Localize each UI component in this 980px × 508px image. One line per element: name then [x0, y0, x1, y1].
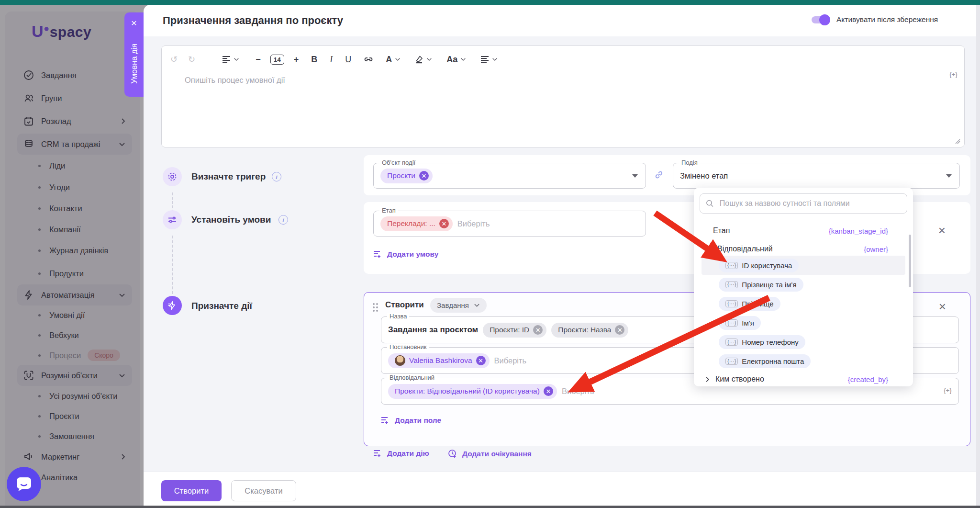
page-scrollbar[interactable] — [976, 5, 980, 508]
project-id-chip[interactable]: Проєкти: ID✕ — [483, 323, 546, 338]
remove-action-icon[interactable]: × — [939, 300, 946, 313]
step-connector — [172, 236, 173, 294]
task-name-value: Завдання за проєктом — [388, 325, 478, 335]
chip-remove-icon[interactable]: ✕ — [615, 325, 624, 335]
insert-token-button[interactable]: {+} — [949, 71, 958, 78]
chip-remove-icon[interactable]: ✕ — [439, 219, 449, 228]
field-token: {owner} — [864, 245, 888, 253]
resize-handle[interactable] — [955, 138, 960, 144]
add-field-link[interactable]: Додати поле — [381, 416, 441, 425]
dd-item-created-by[interactable]: Ким створено {created_by} — [705, 371, 902, 388]
drawer-tab-conditional-action[interactable]: × Умовна дія — [124, 12, 144, 97]
chevron-down-icon — [705, 247, 712, 251]
search-input[interactable] — [719, 199, 901, 208]
page-title: Призначення завдання по проєкту — [163, 14, 343, 27]
toggle-track — [812, 16, 829, 23]
add-action-link[interactable]: Додати дію — [373, 449, 429, 458]
author-user-chip[interactable]: Valeriia Bashkirova✕ — [388, 353, 490, 368]
chevron-right-icon — [705, 376, 710, 383]
font-size-increase-icon[interactable]: + — [294, 55, 299, 65]
dd-item-user-id[interactable]: {···}ID користувача — [719, 257, 915, 274]
insert-token-button[interactable]: {+} — [944, 387, 952, 394]
author-placeholder: Виберіть — [494, 356, 527, 365]
modal-footer: Створити Скасувати — [144, 472, 980, 508]
link-icon[interactable] — [364, 56, 373, 62]
event-object-field[interactable]: Об'єкт події Проєкти✕ — [373, 163, 646, 189]
dd-item-surname-name[interactable]: {···}Прізвище та ім'я — [719, 276, 915, 293]
list-icon[interactable] — [480, 56, 498, 63]
chip-remove-icon[interactable]: ✕ — [476, 356, 486, 365]
drag-handle[interactable] — [373, 303, 378, 312]
projects-chip[interactable]: Проєкти✕ — [380, 169, 433, 183]
add-condition-link[interactable]: Додати умову — [373, 250, 438, 259]
token-icon: {···} — [725, 319, 738, 327]
editor-placeholder: Опишіть процес умовної дії — [185, 76, 285, 85]
conditions-info-icon[interactable]: i — [278, 215, 288, 225]
conditions-step-label: Установіть умови — [191, 214, 271, 225]
action-verb: Створити — [385, 300, 424, 310]
dd-item-responsible[interactable]: Відповідальний {owner} — [705, 240, 902, 258]
token-icon: {···} — [725, 281, 738, 288]
font-size-value[interactable]: 14 — [270, 55, 284, 65]
redo-icon[interactable]: ↻ — [188, 54, 195, 65]
cancel-button[interactable]: Скасувати — [231, 480, 296, 501]
dropdown-arrow-icon[interactable] — [632, 174, 638, 178]
chat-bubble-icon — [15, 475, 33, 493]
conditional-action-modal: Призначення завдання по проєкту Активува… — [144, 5, 980, 508]
event-field[interactable]: Подія Змінено етап — [673, 163, 960, 189]
token-icon: {···} — [725, 358, 738, 365]
stage-value-chip[interactable]: Переклади: ...✕ — [380, 216, 453, 231]
responsible-placeholder: Виберіть — [562, 387, 594, 396]
dd-item-email[interactable]: {···}Електронна пошта — [719, 352, 915, 370]
chip-remove-icon[interactable]: ✕ — [419, 171, 429, 181]
link-fields-icon — [654, 169, 664, 180]
remove-condition-icon[interactable]: × — [938, 224, 946, 237]
dd-item-name[interactable]: {···}Ім'я — [719, 314, 915, 331]
project-name-chip[interactable]: Проєкти: Назва✕ — [551, 323, 628, 338]
event-value: Змінено етап — [680, 171, 728, 181]
search-icon — [706, 199, 714, 208]
align-icon[interactable] — [222, 56, 239, 63]
chat-widget-button[interactable] — [7, 467, 41, 501]
stage-condition-field[interactable]: Етап Переклади: ...✕ Виберіть — [373, 211, 646, 237]
window-bottom-edge — [0, 506, 980, 508]
toggle-knob — [819, 14, 830, 25]
stage-placeholder: Виберіть — [457, 219, 490, 228]
field-picker-dropdown: Етап {kanban_stage_id} Відповідальний {o… — [694, 188, 913, 386]
font-size-decrease-icon[interactable]: − — [256, 55, 261, 65]
activate-toggle[interactable]: Активувати після збереження — [812, 15, 938, 24]
conditions-step-icon — [163, 210, 182, 229]
dd-item-surname[interactable]: {···}Прізвище — [719, 295, 915, 312]
description-editor[interactable]: ↺ ↻ − 14 + B I U A Aa Опишіть процес умо… — [161, 45, 965, 147]
dropdown-arrow-icon[interactable] — [946, 174, 952, 178]
create-button[interactable]: Створити — [161, 480, 222, 501]
close-icon[interactable]: × — [124, 17, 144, 29]
entity-select-chip[interactable]: Завдання — [430, 298, 487, 313]
dropdown-scrollbar[interactable] — [909, 235, 911, 287]
italic-icon[interactable]: I — [330, 55, 333, 65]
chip-remove-icon[interactable]: ✕ — [544, 386, 553, 396]
underline-icon[interactable]: U — [345, 55, 351, 65]
field-token: {created_by} — [848, 375, 888, 384]
add-wait-link[interactable]: Додати очікування — [448, 449, 532, 459]
text-color-icon[interactable]: A — [386, 55, 401, 65]
trigger-step-icon — [163, 167, 182, 186]
token-icon: {···} — [725, 262, 738, 269]
chip-remove-icon[interactable]: ✕ — [533, 325, 543, 335]
toggle-label: Активувати після збереження — [836, 15, 938, 24]
trigger-info-icon[interactable]: i — [272, 172, 281, 181]
actions-step-label: Призначте дії — [191, 301, 252, 311]
dd-item-stage[interactable]: Етап {kanban_stage_id} — [705, 222, 902, 239]
avatar — [395, 355, 405, 366]
field-search[interactable] — [700, 193, 907, 214]
token-icon: {···} — [725, 339, 738, 346]
undo-icon[interactable]: ↺ — [170, 54, 178, 65]
highlight-color-icon[interactable] — [415, 55, 432, 64]
dd-item-phone[interactable]: {···}Номер телефону — [719, 333, 915, 350]
screen: U●spacy Завдання Групи Розклад CRM та пр… — [0, 0, 980, 508]
responsible-value-chip[interactable]: Проєкти: Відповідальний (ID користувача)… — [388, 384, 557, 399]
trigger-step-label: Визначте тригер — [191, 171, 266, 182]
bold-icon[interactable]: B — [311, 55, 317, 65]
browser-topbar — [0, 0, 980, 5]
text-case-icon[interactable]: Aa — [446, 55, 466, 65]
